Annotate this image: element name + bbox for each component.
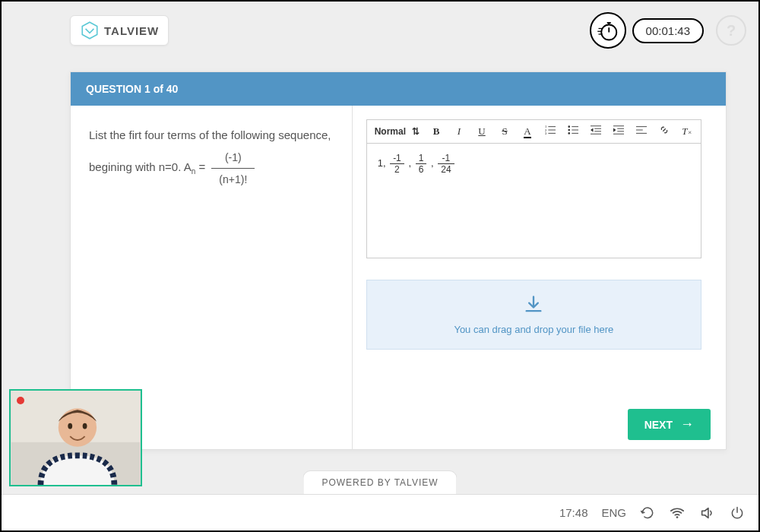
svg-marker-26 (613, 128, 616, 131)
refresh-icon[interactable] (640, 505, 655, 521)
strikethrough-button[interactable]: S (499, 125, 511, 138)
svg-point-37 (83, 423, 87, 429)
svg-marker-0 (82, 22, 97, 39)
brand-logo: TALVIEW (70, 15, 169, 46)
rich-text-editor: Normal⇅ B I U S A 123 T× 1, -12 (366, 119, 701, 258)
style-dropdown[interactable]: Normal⇅ (375, 126, 420, 137)
underline-button[interactable]: U (476, 125, 488, 138)
question-counter: QUESTION 1 of 40 (71, 72, 726, 106)
recording-indicator-icon (17, 397, 24, 404)
clear-format-button[interactable]: T× (681, 125, 693, 138)
outdent-button[interactable] (590, 125, 602, 138)
timer-value: 00:01:43 (632, 18, 704, 43)
answer-pane: Normal⇅ B I U S A 123 T× 1, -12 (353, 106, 726, 449)
unordered-list-button[interactable] (567, 125, 579, 138)
svg-point-36 (68, 423, 72, 429)
answer-frac-1: -12 (390, 153, 404, 175)
svg-marker-21 (591, 128, 594, 131)
download-icon (381, 294, 687, 318)
indent-button[interactable] (613, 125, 625, 138)
timer-group: 00:01:43 ? (590, 12, 746, 49)
frac-denominator: (n+1)! (211, 169, 255, 190)
language-indicator[interactable]: ENG (601, 506, 626, 519)
question-text: List the firt four terms of the followin… (89, 124, 334, 190)
next-label: NEXT (644, 419, 673, 431)
clock: 17:48 (559, 506, 588, 519)
prompt-prefix: List the firt four terms of the followin… (89, 128, 331, 173)
dropzone-text: You can drag and drop your file here (381, 324, 687, 335)
svg-text:3: 3 (545, 131, 547, 135)
link-button[interactable] (658, 125, 670, 138)
question-body: List the firt four terms of the followin… (71, 106, 726, 449)
wifi-icon[interactable] (669, 505, 686, 521)
header: TALVIEW 00:01:43 ? (70, 12, 746, 49)
prompt-fraction: (-1) (n+1)! (211, 147, 255, 190)
powered-by-label: POWERED BY TALVIEW (302, 470, 457, 494)
svg-point-16 (568, 129, 570, 131)
text-color-button[interactable]: A (521, 125, 534, 138)
align-button[interactable] (635, 125, 648, 138)
webcam-preview (9, 389, 142, 486)
next-button[interactable]: NEXT → (628, 409, 711, 440)
brand-hex-icon (80, 21, 100, 40)
webcam-person-icon (11, 391, 141, 485)
svg-point-14 (568, 125, 570, 128)
next-row: NEXT → (628, 409, 711, 440)
svg-point-18 (568, 132, 570, 135)
brand-name: TALVIEW (104, 24, 159, 37)
help-button[interactable]: ? (716, 15, 746, 46)
answer-prefix: 1, (378, 157, 386, 169)
chevron-updown-icon: ⇅ (412, 126, 420, 137)
system-tray: 17:48 ENG (2, 494, 758, 530)
power-icon[interactable] (730, 505, 745, 521)
stopwatch-icon (590, 12, 626, 49)
svg-point-35 (59, 408, 97, 446)
file-dropzone[interactable]: You can drag and drop your file here (366, 280, 701, 350)
arrow-right-icon: → (680, 416, 694, 432)
frac-numerator: (-1) (211, 147, 255, 169)
editor-content[interactable]: 1, -12 , 16 , -124 (367, 144, 701, 258)
bold-button[interactable]: B (430, 125, 442, 138)
prompt-eq: = (195, 160, 208, 173)
answer-frac-2: 16 (416, 153, 427, 175)
ordered-list-button[interactable]: 123 (544, 125, 556, 138)
svg-point-40 (676, 516, 679, 518)
editor-toolbar: Normal⇅ B I U S A 123 T× (367, 120, 701, 144)
volume-icon[interactable] (699, 505, 716, 521)
italic-button[interactable]: I (453, 125, 465, 138)
question-card: QUESTION 1 of 40 List the firt four term… (70, 71, 727, 450)
answer-frac-3: -124 (438, 153, 454, 175)
